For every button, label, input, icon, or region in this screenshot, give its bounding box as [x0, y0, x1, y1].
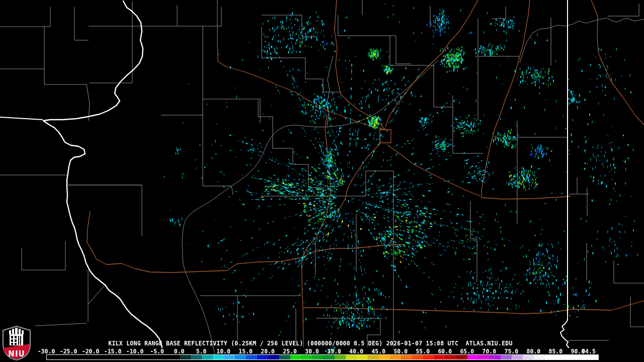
colorbar-tick: 5.0	[196, 348, 207, 355]
colorbar-tick: 35.0	[327, 348, 341, 355]
colorbar-segment	[268, 355, 279, 359]
colorbar-tick: 65.0	[460, 348, 474, 355]
colorbar-tick: -30.0	[38, 348, 55, 355]
colorbar-segment	[390, 355, 401, 359]
colorbar-tick: 60.0	[438, 348, 452, 355]
colorbar-tick: -25.0	[60, 348, 77, 355]
colorbar-tick: 15.0	[238, 348, 253, 355]
colorbar-segment	[368, 355, 379, 359]
colorbar-segment	[279, 355, 290, 359]
colorbar-tick: 45.0	[371, 348, 385, 355]
radar-echo-layer	[0, 0, 644, 362]
colorbar-tick: 30.0	[305, 348, 319, 355]
colorbar-tick: 40.0	[349, 348, 363, 355]
colorbar-segment	[545, 355, 598, 359]
colorbar-segment	[191, 355, 202, 359]
colorbar-segment	[235, 355, 246, 359]
colorbar-segment	[412, 355, 423, 359]
colorbar-segment	[456, 355, 467, 359]
colorbar-tick: -10.0	[126, 348, 144, 355]
colorbar-tick: -5.0	[150, 348, 164, 355]
colorbar-tick: 85.0	[549, 348, 563, 355]
colorbar-tick: 55.0	[416, 348, 430, 355]
colorbar-segment	[224, 355, 235, 359]
colorbar-tick: 75.0	[504, 348, 518, 355]
colorbar-tick: 25.0	[283, 348, 297, 355]
colorbar-segment	[445, 355, 456, 359]
colorbar-segment	[312, 355, 324, 359]
colorbar-segment	[357, 355, 368, 359]
colorbar-segment	[401, 355, 412, 359]
colorbar-segment	[335, 355, 346, 359]
colorbar-tick: 20.0	[261, 348, 275, 355]
reflectivity-colorbar	[46, 354, 599, 360]
colorbar-segment	[501, 355, 512, 359]
niu-logo-text: NIU	[8, 349, 25, 358]
colorbar-segment	[434, 355, 445, 359]
colorbar-segment	[534, 355, 545, 359]
colorbar-tick: 50.0	[393, 348, 408, 355]
colorbar-tick: 0.0	[174, 348, 185, 355]
colorbar-tick: -15.0	[104, 348, 122, 355]
colorbar-segment	[257, 355, 268, 359]
colorbar-tick: 80.0	[526, 348, 540, 355]
colorbar-segment	[180, 355, 191, 359]
niu-logo: NIU	[2, 326, 31, 361]
colorbar-segment	[246, 355, 257, 359]
colorbar-segment	[213, 355, 224, 359]
colorbar-tick: -20.0	[82, 348, 100, 355]
product-caption: KILX LONG RANGE BASE REFLECTIVITY (0.25K…	[108, 340, 512, 347]
colorbar-tick: 70.0	[482, 348, 496, 355]
colorbar-segment	[47, 355, 180, 359]
colorbar-segment	[202, 355, 213, 359]
colorbar-segment	[467, 355, 478, 359]
colorbar-segment	[523, 355, 534, 359]
colorbar-tick: 10.0	[216, 348, 230, 355]
colorbar-segment	[301, 355, 312, 359]
colorbar-segment	[346, 355, 357, 359]
colorbar-segment	[324, 355, 335, 359]
colorbar-segment	[478, 355, 490, 359]
colorbar-segment	[290, 355, 301, 359]
colorbar-segment	[423, 355, 434, 359]
colorbar-segment	[512, 355, 523, 359]
colorbar-segment	[379, 355, 390, 359]
colorbar-segment	[490, 355, 501, 359]
colorbar-tick: 94.5	[582, 348, 596, 355]
radar-viewer-screen: KILX LONG RANGE BASE REFLECTIVITY (0.25K…	[0, 0, 644, 362]
